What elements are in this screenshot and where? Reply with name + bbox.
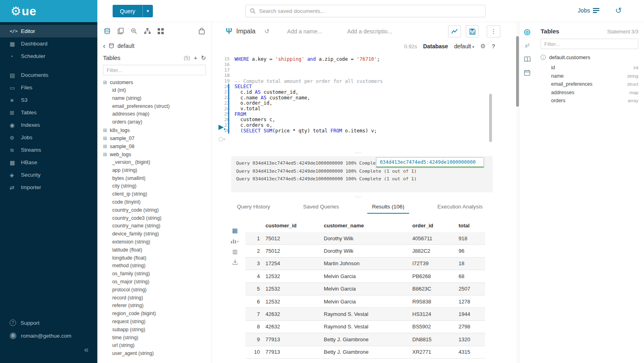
assist-column[interactable]: record (string) (97, 294, 212, 302)
hue-logo[interactable]: ⚙ue (0, 0, 97, 22)
sidebar-item-files[interactable]: ▭Files (0, 81, 97, 94)
code-line[interactable]: 20SELECT (212, 84, 516, 89)
query-id-tooltip[interactable]: 034d413ec7474ed5:4249de1000000000 (376, 157, 484, 167)
more-actions-button[interactable]: ⋮ (487, 25, 500, 37)
code-line[interactable]: 25FROM (212, 111, 516, 117)
table-row[interactable]: 317254Martin JohnsonI72T3918 (245, 258, 485, 270)
sidebar-item-editor[interactable]: </>Editor (0, 25, 97, 37)
right-column-row[interactable]: idint (541, 64, 638, 72)
assist-column[interactable]: orders (array) (97, 118, 212, 126)
assist-column[interactable]: method (string) (97, 262, 212, 270)
tab-saved-queries[interactable]: Saved Queries (298, 200, 344, 214)
save-button[interactable] (466, 25, 479, 37)
jobs-link[interactable]: Jobs (578, 7, 599, 14)
assist-column[interactable]: country_code (string) (97, 206, 212, 214)
right-active-table[interactable]: i default.customers (541, 54, 638, 60)
assist-column[interactable]: user_agent (string) (97, 350, 212, 358)
table-row[interactable]: 1077913Betty J. GiambroneXR27714315 (245, 346, 485, 359)
table-row[interactable]: 842632Raymond S. VestalBS59022798 (245, 321, 485, 333)
assist-column[interactable]: os_family (string) (97, 270, 212, 278)
sidebar-item-documents[interactable]: ▤Documents (0, 69, 97, 81)
execute-button[interactable]: ▶▾ (218, 123, 226, 131)
breadcrumb-database-name[interactable]: default (117, 43, 134, 49)
table-row[interactable]: 412532Melvin GarciaPB626868 (245, 270, 485, 283)
code-line[interactable]: 19-- Compute total amount per order for … (212, 78, 516, 84)
sidebar-item-s3[interactable]: ∗S3 (0, 94, 97, 106)
tab-execution-analysis[interactable]: Execution Analysis (432, 200, 488, 214)
table-row[interactable]: 612532Melvin GarciaR9S8381278 (245, 295, 485, 308)
sitemap-icon[interactable] (144, 28, 151, 34)
columns-view-icon[interactable]: ▥ (232, 249, 237, 254)
sidebar-item-jobs[interactable]: ⊚Jobs (0, 131, 97, 144)
sidebar-item-indexes[interactable]: ◉Indexes (0, 119, 97, 131)
code-line[interactable]: 17 (212, 67, 516, 73)
query-name-input[interactable]: Add a name... (287, 28, 322, 35)
code-line[interactable]: 22 c.name AS customer_name, (212, 95, 516, 101)
database-dropdown[interactable]: default▾ (454, 43, 474, 50)
table-row[interactable]: 175012Dorothy Wilk4056711918 (245, 232, 485, 245)
functions-icon[interactable]: x² (525, 43, 529, 49)
code-line[interactable]: 23 o.order_id, (212, 101, 516, 106)
sidebar-item-importer[interactable]: ⇄Importer (0, 181, 97, 194)
assist-column[interactable]: id (int) (97, 87, 212, 95)
code-line[interactable]: 26 customers c, (212, 117, 516, 123)
tab-results-106[interactable]: Results (106) (367, 200, 409, 214)
assist-column[interactable]: code (tinyint) (97, 198, 212, 206)
editor-history-icon[interactable]: ↺ (264, 28, 270, 35)
right-column-row[interactable]: namestring (541, 72, 638, 80)
query-history-icon[interactable]: ↺ (615, 6, 622, 15)
code-line[interactable]: 21 c.id AS customer_id, (212, 89, 516, 95)
assist-column[interactable]: device_family (string) (97, 230, 212, 238)
code-line[interactable]: 24 v.total (212, 106, 516, 111)
databases-icon[interactable] (104, 28, 111, 35)
code-line[interactable]: 15WHERE a.key = 'shipping' and a.zip_cod… (212, 56, 516, 62)
assist-column[interactable]: app (string) (97, 167, 212, 175)
code-line[interactable]: 16 (212, 62, 516, 68)
language-reference-icon[interactable] (524, 56, 531, 62)
sidebar-item-hbase[interactable]: ▩HBase (0, 156, 97, 169)
sidebar-item-user[interactable]: R romain@gethue.com (0, 329, 97, 342)
assist-table-k8s-logs[interactable]: ⊞k8s_logs (97, 126, 212, 134)
assist-column[interactable]: request (string) (97, 318, 212, 326)
code-line[interactable]: 28 (SELECT SUM(price * qty) total FROM o… (212, 128, 516, 134)
sidebar-item-dashboard[interactable]: ▦Dashboard (0, 37, 97, 50)
right-column-row[interactable]: email_preferencesstruct (541, 80, 638, 89)
assist-column[interactable]: name (string) (97, 95, 212, 103)
table-row[interactable]: 512532Melvin GarciaB8623C2507 (245, 283, 485, 295)
scheduler-calendar-icon[interactable] (524, 70, 530, 76)
page-scrollbar-thumb[interactable] (516, 36, 519, 107)
assist-column[interactable]: os_major (string) (97, 278, 212, 286)
table-row[interactable]: 977913Betty J. GiambroneDN88151320 (245, 333, 485, 346)
code-line[interactable]: 27 c.orders o, (212, 122, 516, 128)
sidebar-item-scheduler[interactable]: ◔Scheduler (0, 50, 97, 62)
assist-column[interactable]: referer (string) (97, 302, 212, 310)
sidebar-item-streams[interactable]: ≋Streams (0, 144, 97, 156)
sidebar-collapse-button[interactable]: « (84, 345, 88, 354)
right-filter-input[interactable] (541, 39, 638, 49)
new-query-button[interactable]: Query ▾ (113, 5, 153, 17)
sidebar-item-tables[interactable]: ⊞Tables (0, 106, 97, 119)
assist-table-web-logs[interactable]: ⊞web_logs (97, 151, 212, 159)
resize-handle-top[interactable]: ··· (355, 149, 361, 155)
table-row[interactable]: 275012Dorothy WilkJ882C296 (245, 245, 485, 257)
code-line[interactable]: 18 (212, 73, 516, 78)
editor-help-icon[interactable]: ? (492, 43, 495, 50)
assist-column[interactable]: client_ip (string) (97, 190, 212, 198)
right-column-row[interactable]: addressesmap (541, 89, 638, 97)
documents-copy-icon[interactable] (117, 28, 124, 34)
editor-settings-icon[interactable]: ⚙ (480, 43, 486, 50)
assist-column[interactable]: longitude (float) (97, 254, 212, 262)
sidebar-item-security[interactable]: ◈Security (0, 169, 97, 181)
search-zoom-icon[interactable] (131, 28, 137, 34)
assist-column[interactable]: extension (string) (97, 238, 212, 246)
resize-handle-bottom[interactable]: ··· (355, 194, 361, 200)
assist-table-sample-08[interactable]: ⊞sample_08 (97, 142, 212, 151)
download-icon[interactable] (232, 260, 238, 265)
grid-view-icon[interactable]: ▦ (232, 227, 238, 233)
assist-column[interactable]: country_code3 (string) (97, 214, 212, 223)
chart-button[interactable] (448, 25, 461, 37)
table-row[interactable]: 742632Raymond S. VestalHS31241944 (245, 308, 485, 320)
assist-column[interactable]: time (string) (97, 334, 212, 342)
tab-query-history[interactable]: Query History (232, 200, 275, 214)
assist-column[interactable]: email_preferences (struct) (97, 103, 212, 111)
